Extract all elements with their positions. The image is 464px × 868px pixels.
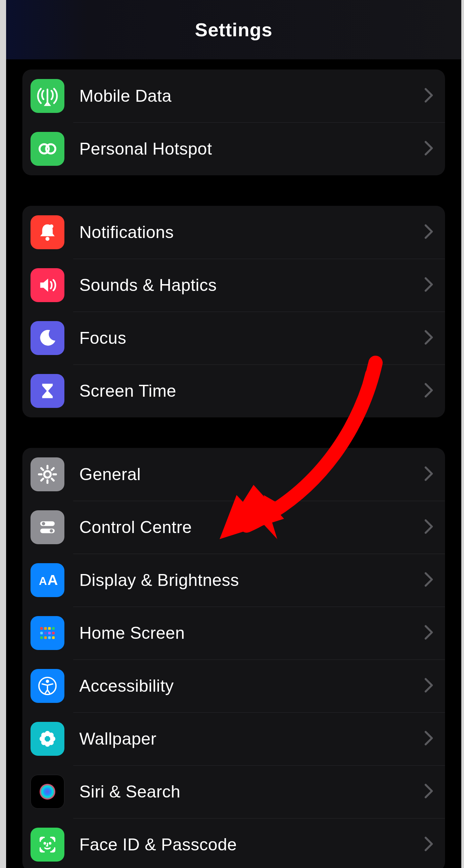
row-label: Control Centre: [79, 517, 424, 537]
chevron-right-icon: [424, 140, 433, 157]
moon-icon: [31, 321, 64, 355]
row-label: Mobile Data: [79, 86, 424, 106]
titlebar: Settings: [6, 0, 461, 59]
chevron-right-icon: [424, 572, 433, 589]
svg-rect-19: [40, 627, 43, 630]
row-display-brightness[interactable]: AA Display & Brightness: [22, 554, 445, 607]
page-title: Settings: [195, 19, 273, 41]
svg-line-10: [52, 479, 54, 481]
chevron-right-icon: [424, 277, 433, 294]
chevron-right-icon: [424, 224, 433, 241]
row-general[interactable]: General: [22, 448, 445, 501]
hourglass-icon: [31, 374, 64, 408]
faceid-icon: [31, 828, 64, 862]
row-label: Face ID & Passcode: [79, 835, 424, 854]
svg-line-11: [52, 468, 54, 470]
chevron-right-icon: [424, 382, 433, 399]
row-notifications[interactable]: Notifications: [22, 206, 445, 259]
svg-point-3: [49, 224, 54, 229]
svg-text:A: A: [39, 575, 47, 587]
row-screen-time[interactable]: Screen Time: [22, 364, 445, 417]
svg-rect-21: [48, 627, 51, 630]
antenna-icon: [31, 79, 64, 113]
row-label: General: [79, 465, 424, 484]
speaker-icon: [31, 268, 64, 302]
row-sounds-haptics[interactable]: Sounds & Haptics: [22, 259, 445, 312]
siri-icon: [31, 775, 64, 809]
row-siri-search[interactable]: Siri & Search: [22, 765, 445, 818]
row-label: Sounds & Haptics: [79, 275, 424, 295]
svg-point-32: [46, 680, 49, 683]
svg-point-44: [49, 843, 51, 844]
row-focus[interactable]: Focus: [22, 312, 445, 364]
svg-point-1: [46, 144, 55, 153]
chevron-right-icon: [424, 783, 433, 800]
svg-point-41: [45, 736, 50, 742]
svg-rect-25: [48, 632, 51, 634]
svg-point-14: [42, 522, 45, 526]
svg-rect-27: [40, 636, 43, 639]
chevron-right-icon: [424, 730, 433, 747]
chevron-right-icon: [424, 466, 433, 483]
chevron-right-icon: [424, 677, 433, 694]
chevron-right-icon: [424, 519, 433, 536]
svg-rect-30: [52, 636, 55, 639]
svg-point-2: [45, 237, 49, 241]
bell-icon: [31, 215, 64, 249]
row-wallpaper[interactable]: Wallpaper: [22, 712, 445, 765]
svg-rect-26: [52, 632, 55, 634]
row-label: Wallpaper: [79, 729, 424, 749]
svg-rect-23: [40, 632, 43, 634]
svg-rect-22: [52, 627, 55, 630]
svg-rect-28: [44, 636, 47, 639]
textsize-icon: AA: [31, 563, 64, 597]
chevron-right-icon: [424, 330, 433, 347]
settings-group-alerts: Notifications Sounds & Haptics Focus: [22, 206, 445, 417]
row-accessibility[interactable]: Accessibility: [22, 659, 445, 712]
settings-group-connectivity: Mobile Data Personal Hotspot: [22, 70, 445, 175]
row-label: Notifications: [79, 222, 424, 242]
row-label: Home Screen: [79, 623, 424, 643]
svg-text:A: A: [47, 572, 58, 588]
svg-line-9: [41, 468, 43, 470]
svg-line-12: [41, 479, 43, 481]
hotspot-icon: [31, 132, 64, 166]
settings-group-system: General Control Centre AA Display & Brig…: [22, 448, 445, 868]
app-grid-icon: [31, 616, 64, 650]
chevron-right-icon: [424, 836, 433, 853]
row-label: Display & Brightness: [79, 570, 424, 590]
row-label: Accessibility: [79, 676, 424, 696]
toggles-icon: [31, 510, 64, 544]
row-label: Siri & Search: [79, 782, 424, 802]
row-label: Focus: [79, 328, 424, 348]
accessibility-icon: [31, 669, 64, 703]
row-face-id-passcode[interactable]: Face ID & Passcode: [22, 818, 445, 868]
chevron-right-icon: [424, 87, 433, 104]
svg-rect-20: [44, 627, 47, 630]
row-control-centre[interactable]: Control Centre: [22, 501, 445, 554]
row-personal-hotspot[interactable]: Personal Hotspot: [22, 122, 445, 175]
row-label: Screen Time: [79, 381, 424, 401]
flower-icon: [31, 722, 64, 756]
svg-rect-29: [48, 636, 51, 639]
chevron-right-icon: [424, 625, 433, 642]
settings-content: Mobile Data Personal Hotspot Notificatio…: [6, 70, 461, 868]
svg-rect-24: [44, 632, 47, 634]
row-mobile-data[interactable]: Mobile Data: [22, 70, 445, 122]
settings-screen: Settings Mobile Data Personal Hotspot: [0, 0, 464, 868]
gear-icon: [31, 457, 64, 491]
svg-point-42: [40, 784, 56, 800]
svg-point-16: [50, 529, 53, 533]
svg-point-43: [44, 843, 45, 844]
row-home-screen[interactable]: Home Screen: [22, 607, 445, 659]
row-label: Personal Hotspot: [79, 139, 424, 159]
svg-point-4: [44, 471, 51, 477]
